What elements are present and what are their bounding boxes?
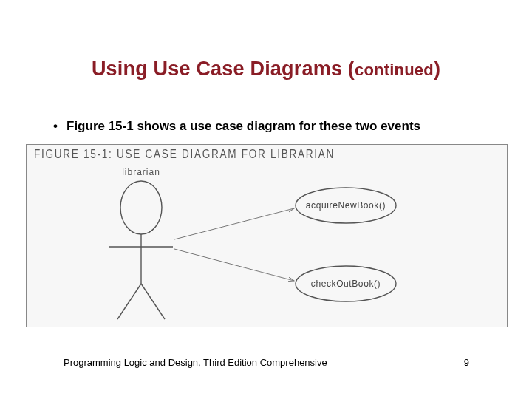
- usecase-acquire-new-book: acquireNewBook(): [296, 188, 396, 223]
- svg-point-0: [120, 181, 162, 234]
- use-case-diagram: librarian: [27, 166, 507, 324]
- figure-caption: FIGURE 15-1: USE CASE DIAGRAM FOR LIBRAR…: [34, 148, 335, 161]
- figure-box: FIGURE 15-1: USE CASE DIAGRAM FOR LIBRAR…: [26, 144, 508, 327]
- svg-line-4: [141, 284, 165, 319]
- actor-label: librarian: [122, 167, 160, 177]
- usecase-1-label: acquireNewBook(): [306, 200, 386, 211]
- footer-text: Programming Logic and Design, Third Edit…: [64, 357, 327, 368]
- page-number: 9: [464, 357, 469, 368]
- title-sub: continued: [355, 61, 434, 79]
- connector-1: [174, 208, 294, 239]
- usecase-check-out-book: checkOutBook(): [296, 266, 396, 301]
- svg-line-3: [117, 284, 141, 319]
- actor-icon: [109, 181, 173, 319]
- slide-title: Using Use Case Diagrams (continued): [0, 58, 532, 81]
- connector-2: [174, 249, 294, 281]
- bullet-text: Figure 15-1 shows a use case diagram for…: [66, 119, 420, 133]
- slide: Using Use Case Diagrams (continued) •Fig…: [0, 0, 532, 399]
- bullet-line: •Figure 15-1 shows a use case diagram fo…: [53, 119, 488, 134]
- title-close: ): [434, 58, 440, 80]
- bullet-marker: •: [53, 119, 66, 134]
- usecase-2-label: checkOutBook(): [311, 279, 381, 289]
- title-main: Using Use Case Diagrams (: [92, 58, 355, 80]
